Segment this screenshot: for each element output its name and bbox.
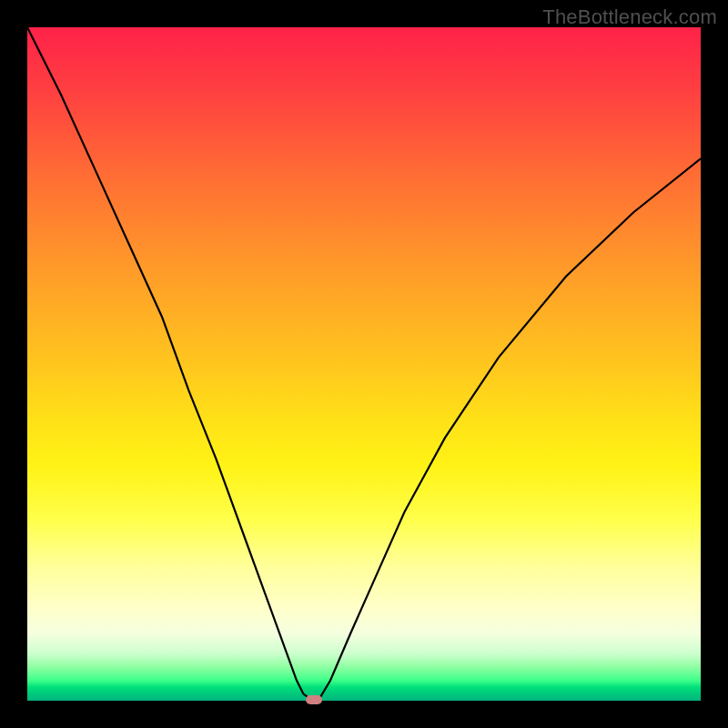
watermark-text: TheBottleneck.com <box>542 5 717 29</box>
plot-area <box>27 27 701 701</box>
optimum-marker <box>306 695 322 704</box>
chart-frame: TheBottleneck.com <box>0 0 728 728</box>
bottleneck-curve <box>27 27 701 701</box>
